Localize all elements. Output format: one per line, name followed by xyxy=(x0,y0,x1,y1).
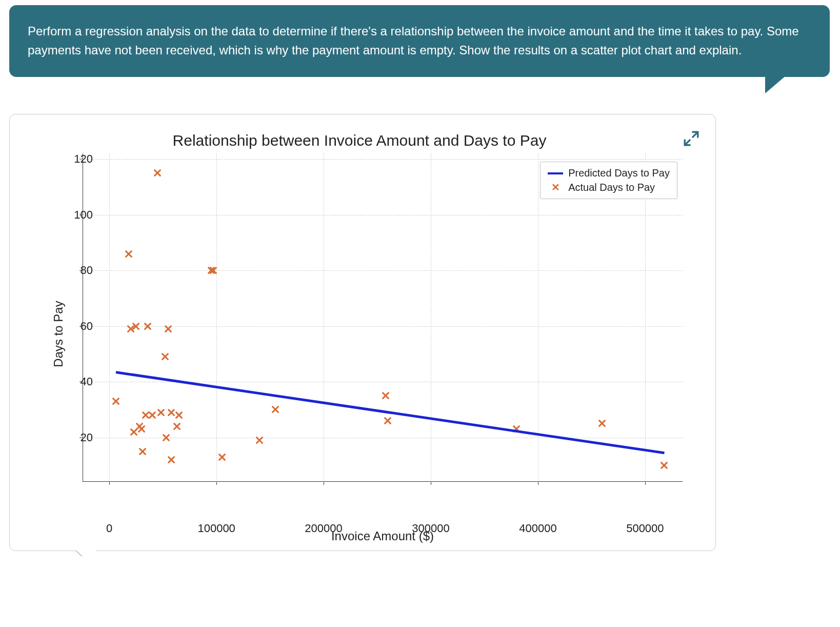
y-tick-label: 20 xyxy=(62,431,93,444)
data-point xyxy=(138,447,147,456)
scatter-plot: Relationship between Invoice Amount and … xyxy=(21,129,698,539)
legend-label: Actual Days to Pay xyxy=(568,182,655,193)
x-axis-line xyxy=(83,481,683,482)
legend-line-icon xyxy=(548,172,563,174)
legend-entry-actual: ✕ Actual Days to Pay xyxy=(548,180,670,194)
y-tick-label: 80 xyxy=(62,264,93,277)
grid-line-v xyxy=(431,153,431,482)
grid-line-h xyxy=(83,215,683,215)
data-point xyxy=(153,169,162,177)
legend: Predicted Days to Pay ✕ Actual Days to P… xyxy=(540,162,677,199)
data-point xyxy=(598,419,606,427)
reply-bubble-tail-icon xyxy=(75,550,96,556)
data-point xyxy=(125,250,133,258)
data-point xyxy=(142,411,150,419)
grid-line-v xyxy=(645,153,646,482)
user-prompt-text: Perform a regression analysis on the dat… xyxy=(9,5,830,77)
chart-card: Relationship between Invoice Amount and … xyxy=(9,114,716,551)
data-point xyxy=(218,453,226,461)
x-tick-label: 200000 xyxy=(305,522,342,535)
data-point xyxy=(130,428,138,436)
grid-line-h xyxy=(83,326,683,327)
grid-line-h xyxy=(83,159,683,160)
y-tick-label: 100 xyxy=(62,208,93,222)
data-point xyxy=(384,417,392,425)
data-point xyxy=(167,456,175,464)
x-tick-label: 500000 xyxy=(626,522,664,535)
x-axis-label: Invoice Amount ($) xyxy=(83,529,683,543)
bubble-tail-icon xyxy=(765,76,786,93)
user-prompt-bubble: Perform a regression analysis on the dat… xyxy=(9,5,830,77)
data-point xyxy=(382,391,390,400)
y-tick-label: 60 xyxy=(62,320,93,333)
data-point xyxy=(112,397,120,405)
legend-x-icon: ✕ xyxy=(548,181,563,193)
grid-line-h xyxy=(83,270,683,271)
grid-line-v xyxy=(216,153,217,482)
y-tick-label: 120 xyxy=(62,152,93,166)
y-axis-label: Days to Pay xyxy=(51,301,66,367)
x-tick-label: 400000 xyxy=(519,522,556,535)
data-point xyxy=(175,411,183,419)
regression-line xyxy=(115,371,664,454)
x-tick-label: 100000 xyxy=(197,522,235,535)
data-point xyxy=(167,408,175,417)
chart-title: Relationship between Invoice Amount and … xyxy=(21,132,698,149)
data-point xyxy=(173,422,181,430)
data-point xyxy=(161,352,169,361)
x-tick-label: 300000 xyxy=(412,522,449,535)
y-tick-label: 40 xyxy=(62,375,93,388)
legend-entry-predicted: Predicted Days to Pay xyxy=(548,166,670,180)
x-tick-label: 0 xyxy=(106,522,112,535)
data-point xyxy=(135,422,144,430)
grid-line-h xyxy=(83,438,683,438)
grid-line-v xyxy=(109,153,110,482)
legend-label: Predicted Days to Pay xyxy=(568,167,670,179)
data-point xyxy=(137,425,146,433)
data-point xyxy=(148,411,156,419)
data-point xyxy=(157,408,165,417)
grid-line-v xyxy=(324,153,324,482)
data-point xyxy=(660,461,668,469)
data-point xyxy=(271,405,279,414)
axes-area xyxy=(83,153,683,502)
